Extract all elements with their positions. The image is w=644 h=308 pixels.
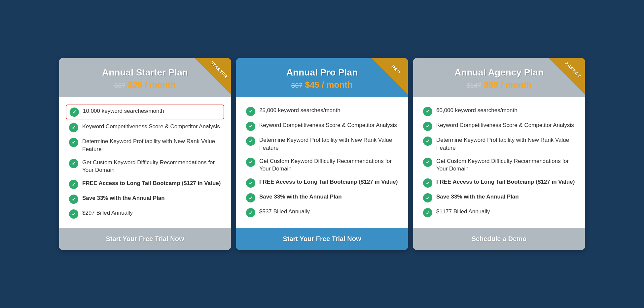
current-price-agency: $98 / month [484,80,531,90]
feature-text-starter-1: Keyword Competitiveness Score & Competit… [82,123,221,131]
plan-header-starter: Annual Starter Plan$37$25 / monthSTARTER [59,58,231,97]
feature-text-pro-1: Keyword Competitiveness Score & Competit… [259,121,398,129]
plan-features-starter: ✓10,000 keyword searches/month✓Keyword C… [59,97,231,228]
ribbon-pro: PRO [372,58,408,94]
check-icon-starter-3: ✓ [69,159,78,168]
check-icon-pro-2: ✓ [246,137,255,146]
feature-text-starter-6: $297 Billed Annually [82,209,221,217]
check-icon-starter-1: ✓ [69,123,78,132]
feature-item-pro-5: ✓Save 33% with the Annual Plan [246,193,398,202]
check-icon-pro-3: ✓ [246,158,255,167]
pricing-container: Annual Starter Plan$37$25 / monthSTARTER… [41,58,603,250]
feature-item-agency-3: ✓Get Custom Keyword Difficulty Recommend… [423,157,575,173]
feature-item-pro-2: ✓Determine Keyword Profitability with Ne… [246,136,398,152]
check-icon-pro-5: ✓ [246,193,255,202]
feature-item-starter-5: ✓Save 33% with the Annual Plan [69,194,221,204]
feature-item-starter-6: ✓$297 Billed Annually [69,209,221,219]
plan-footer-pro: Start Your Free Trial Now [236,228,408,250]
check-icon-agency-3: ✓ [423,158,432,167]
feature-text-agency-0: 60,000 keyword searches/month [436,107,575,114]
check-icon-starter-4: ✓ [69,180,78,189]
check-icon-agency-0: ✓ [423,107,432,116]
feature-text-starter-2: Determine Keyword Profitability with New… [82,138,221,153]
feature-text-pro-5: Save 33% with the Annual Plan [259,193,398,201]
feature-item-starter-0: ✓10,000 keyword searches/month [66,105,224,119]
plan-footer-agency: Schedule a Demo [413,228,585,250]
feature-item-agency-1: ✓Keyword Competitiveness Score & Competi… [423,121,575,131]
feature-text-starter-3: Get Custom Keyword Difficulty Recommenda… [82,159,221,174]
feature-item-pro-3: ✓Get Custom Keyword Difficulty Recommend… [246,157,398,173]
ribbon-starter: STARTER [195,58,231,94]
ribbon-agency: AGENCY [549,58,585,94]
ribbon-label-starter: STARTER [208,59,230,81]
plan-header-agency: Annual Agency Plan$147$98 / monthAGENCY [413,58,585,97]
feature-item-agency-5: ✓Save 33% with the Annual Plan [423,193,575,202]
feature-text-pro-3: Get Custom Keyword Difficulty Recommenda… [259,157,398,173]
feature-item-starter-2: ✓Determine Keyword Profitability with Ne… [69,138,221,153]
cta-button-pro[interactable]: Start Your Free Trial Now [280,234,364,244]
check-icon-agency-1: ✓ [423,122,432,131]
check-icon-agency-2: ✓ [423,137,432,146]
feature-item-agency-2: ✓Determine Keyword Profitability with Ne… [423,136,575,152]
feature-text-pro-4: FREE Access to Long Tail Bootcamp ($127 … [259,178,398,186]
feature-item-starter-4: ✓FREE Access to Long Tail Bootcamp ($127… [69,179,221,189]
ribbon-label-pro: PRO [385,59,407,81]
current-price-starter: $25 / month [128,80,175,90]
feature-text-agency-5: Save 33% with the Annual Plan [436,193,575,201]
ribbon-label-agency: AGENCY [562,59,584,81]
feature-text-agency-2: Determine Keyword Profitability with New… [436,136,575,152]
feature-text-starter-0: 10,000 keyword searches/month [83,107,220,115]
check-icon-pro-1: ✓ [246,122,255,131]
feature-item-starter-3: ✓Get Custom Keyword Difficulty Recommend… [69,159,221,174]
plan-card-pro: Annual Pro Plan$67$45 / monthPRO✓25,000 … [236,58,408,250]
plan-card-agency: Annual Agency Plan$147$98 / monthAGENCY✓… [413,58,585,250]
check-icon-starter-5: ✓ [69,195,78,204]
original-price-pro: $67 [291,82,302,89]
feature-text-pro-2: Determine Keyword Profitability with New… [259,136,398,152]
feature-text-agency-4: FREE Access to Long Tail Bootcamp ($127 … [436,178,575,186]
plan-header-pro: Annual Pro Plan$67$45 / monthPRO [236,58,408,97]
feature-text-starter-4: FREE Access to Long Tail Bootcamp ($127 … [82,179,221,187]
feature-item-agency-6: ✓$1177 Billed Annually [423,208,575,217]
check-icon-starter-6: ✓ [69,209,78,219]
cta-button-starter[interactable]: Start Your Free Trial Now [103,234,187,244]
feature-item-agency-4: ✓FREE Access to Long Tail Bootcamp ($127… [423,178,575,188]
check-icon-agency-6: ✓ [423,208,432,217]
plan-features-agency: ✓60,000 keyword searches/month✓Keyword C… [413,97,585,228]
feature-item-starter-1: ✓Keyword Competitiveness Score & Competi… [69,123,221,132]
check-icon-agency-4: ✓ [423,178,432,188]
plan-card-starter: Annual Starter Plan$37$25 / monthSTARTER… [59,58,231,250]
original-price-starter: $37 [114,82,125,89]
feature-item-pro-0: ✓25,000 keyword searches/month [246,107,398,116]
feature-text-pro-6: $537 Billed Annually [259,208,398,216]
check-icon-pro-4: ✓ [246,178,255,188]
check-icon-starter-0: ✓ [70,108,79,117]
feature-item-pro-4: ✓FREE Access to Long Tail Bootcamp ($127… [246,178,398,188]
check-icon-pro-0: ✓ [246,107,255,116]
feature-item-pro-1: ✓Keyword Competitiveness Score & Competi… [246,121,398,131]
original-price-agency: $147 [467,82,482,89]
check-icon-starter-2: ✓ [69,138,78,147]
cta-button-agency[interactable]: Schedule a Demo [469,234,529,244]
check-icon-agency-5: ✓ [423,193,432,202]
check-icon-pro-6: ✓ [246,208,255,217]
feature-text-agency-1: Keyword Competitiveness Score & Competit… [436,121,575,129]
feature-item-agency-0: ✓60,000 keyword searches/month [423,107,575,116]
feature-text-agency-6: $1177 Billed Annually [436,208,575,216]
feature-text-pro-0: 25,000 keyword searches/month [259,107,398,114]
feature-text-starter-5: Save 33% with the Annual Plan [82,194,221,202]
feature-text-agency-3: Get Custom Keyword Difficulty Recommenda… [436,157,575,173]
plan-features-pro: ✓25,000 keyword searches/month✓Keyword C… [236,97,408,228]
plan-footer-starter: Start Your Free Trial Now [59,228,231,250]
current-price-pro: $45 / month [305,80,352,90]
feature-item-pro-6: ✓$537 Billed Annually [246,208,398,217]
